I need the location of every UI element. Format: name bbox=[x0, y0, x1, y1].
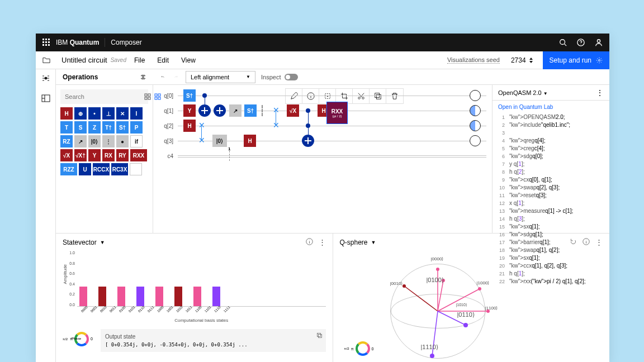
info-icon[interactable] bbox=[306, 238, 313, 245]
gate-z[interactable]: Z bbox=[88, 121, 101, 134]
gate-h[interactable]: H bbox=[244, 135, 256, 147]
kebab-icon[interactable]: ⋮ bbox=[319, 238, 326, 246]
redo-icon[interactable] bbox=[172, 73, 180, 81]
chevron-down-icon[interactable]: ▼ bbox=[100, 240, 105, 245]
inspect-toggle[interactable]: Inspect bbox=[261, 74, 297, 80]
gate-x[interactable]: √X bbox=[60, 149, 73, 161]
code-panel: OpenQASM 2.0 ▼ ⋮ Open in Quantum Lab 1"k… bbox=[492, 85, 609, 233]
gate-rzz[interactable]: RZZ bbox=[60, 163, 77, 175]
swap-end[interactable]: ✕ bbox=[198, 121, 205, 130]
reset-icon[interactable] bbox=[570, 238, 577, 245]
apps-grid-icon[interactable] bbox=[42, 39, 50, 46]
collapse-icon[interactable] bbox=[140, 74, 146, 80]
edit-icon[interactable] bbox=[286, 89, 302, 103]
barrier[interactable] bbox=[262, 105, 263, 116]
kebab-icon[interactable]: ⋮ bbox=[596, 88, 604, 97]
panel-title[interactable]: Statevector bbox=[63, 239, 97, 246]
gate-h[interactable]: H bbox=[183, 120, 196, 132]
phase-disk[interactable] bbox=[470, 90, 481, 101]
grid-view-icon[interactable] bbox=[144, 93, 151, 100]
copy-icon[interactable] bbox=[370, 89, 386, 103]
search-field[interactable] bbox=[65, 93, 142, 100]
qsphere-panel: Q-sphere ▼ ⋮ bbox=[333, 234, 610, 362]
gate-[interactable]: • bbox=[88, 107, 101, 120]
gate-rz[interactable]: RZ bbox=[60, 135, 73, 147]
ccx-target[interactable] bbox=[302, 135, 314, 147]
copy-icon[interactable] bbox=[316, 332, 323, 339]
folder-icon[interactable] bbox=[42, 56, 50, 64]
kebab-icon[interactable]: ⋮ bbox=[595, 238, 603, 246]
panel-title[interactable]: Q-sphere bbox=[340, 239, 368, 246]
gate-p[interactable]: P bbox=[130, 121, 143, 134]
chevron-down-icon[interactable]: ▼ bbox=[371, 240, 376, 245]
gate-measure[interactable]: ↗ bbox=[229, 104, 242, 117]
help-icon[interactable] bbox=[577, 39, 585, 46]
phase-disk[interactable] bbox=[470, 120, 481, 131]
gate-i[interactable]: I bbox=[130, 107, 143, 120]
menu-edit[interactable]: Edit bbox=[157, 56, 169, 64]
gate-ry[interactable]: RY bbox=[116, 149, 129, 161]
gate-y[interactable]: Y bbox=[183, 104, 196, 117]
gate-sx[interactable]: √X bbox=[287, 104, 299, 117]
topbar: IBM Quantum Composer bbox=[36, 34, 609, 51]
gate-if[interactable]: if bbox=[130, 135, 143, 147]
gate-rc3x[interactable]: RC3X bbox=[111, 163, 128, 175]
menu-file[interactable]: File bbox=[134, 56, 145, 64]
gate-s[interactable]: S bbox=[74, 121, 87, 134]
gate-reset[interactable]: |0⟩ bbox=[212, 135, 227, 147]
qsphere-viz[interactable]: |0000⟩ |0010⟩ |0100⟩ |1000⟩ |0110⟩ |1100… bbox=[340, 250, 603, 356]
gate-[interactable]: ⊥ bbox=[102, 107, 115, 120]
user-icon[interactable] bbox=[595, 39, 603, 46]
cnot-target[interactable] bbox=[198, 104, 211, 117]
alignment-dropdown[interactable]: Left alignment▼ bbox=[186, 71, 255, 83]
gate-sdg[interactable]: S† bbox=[183, 89, 196, 102]
rail-panels-icon[interactable] bbox=[41, 94, 50, 103]
viz-seed-value[interactable]: 2734 bbox=[511, 56, 526, 64]
phase-disk[interactable] bbox=[470, 105, 481, 116]
seed-stepper[interactable] bbox=[529, 58, 533, 63]
gate-h[interactable]: H bbox=[60, 107, 73, 120]
swap-end[interactable]: ✕ bbox=[273, 121, 280, 130]
gate-t[interactable]: T bbox=[60, 121, 73, 134]
gate-rxx[interactable]: RXX bbox=[130, 149, 147, 161]
output-title: Output state bbox=[105, 334, 321, 340]
svg-rect-22 bbox=[317, 333, 320, 336]
rail-circuit-icon[interactable] bbox=[41, 74, 50, 83]
gate-rx[interactable]: RX bbox=[102, 149, 115, 161]
setup-run-button[interactable]: Setup and run bbox=[543, 51, 609, 69]
menu-view[interactable]: View bbox=[181, 56, 196, 64]
undo-icon[interactable] bbox=[159, 73, 167, 81]
gate-[interactable]: ⋮ bbox=[102, 135, 115, 147]
gate-sdg[interactable]: S† bbox=[244, 104, 257, 117]
circuit-title[interactable]: Untitled circuit bbox=[61, 56, 107, 64]
swap-end[interactable]: ✕ bbox=[198, 136, 205, 145]
gate-rccx[interactable]: RCCX bbox=[93, 163, 110, 175]
swap-end[interactable]: ✕ bbox=[273, 106, 280, 115]
info-icon[interactable] bbox=[302, 89, 319, 103]
gate-t[interactable]: T† bbox=[102, 121, 115, 134]
gate-[interactable]: ✕ bbox=[116, 107, 129, 120]
left-rail bbox=[36, 69, 56, 362]
gate-[interactable]: ⊕ bbox=[74, 107, 87, 120]
control-dot[interactable] bbox=[306, 123, 310, 128]
delete-icon[interactable] bbox=[386, 89, 403, 103]
circuit-canvas[interactable]: q[0] S† q[1] Y ↗ S† ✕ √X bbox=[153, 85, 492, 233]
gate-[interactable]: ● bbox=[116, 135, 129, 147]
search-icon[interactable] bbox=[559, 39, 567, 46]
gate-rxx-selected[interactable]: RXX (pi / 2) bbox=[326, 102, 348, 124]
gate-0[interactable]: |0⟩ bbox=[88, 135, 101, 147]
phase-disk[interactable] bbox=[470, 135, 481, 146]
open-quantum-lab-link[interactable]: Open in Quantum Lab bbox=[493, 101, 609, 113]
gate-x[interactable] bbox=[214, 104, 226, 117]
gate-y[interactable]: Y bbox=[88, 149, 101, 161]
code-lang-dropdown[interactable]: OpenQASM 2.0 ▼ bbox=[498, 89, 548, 96]
cut-icon[interactable] bbox=[353, 89, 370, 103]
gate-[interactable]: ◔ bbox=[130, 163, 142, 175]
gate-[interactable]: ↗ bbox=[74, 135, 87, 147]
gate-x[interactable]: √X† bbox=[74, 149, 87, 161]
info-icon[interactable] bbox=[583, 238, 590, 245]
search-input[interactable] bbox=[60, 89, 148, 104]
gate-s[interactable]: S† bbox=[116, 121, 129, 134]
qubit-label: c4 bbox=[159, 153, 173, 159]
gate-u[interactable]: U bbox=[79, 163, 91, 175]
